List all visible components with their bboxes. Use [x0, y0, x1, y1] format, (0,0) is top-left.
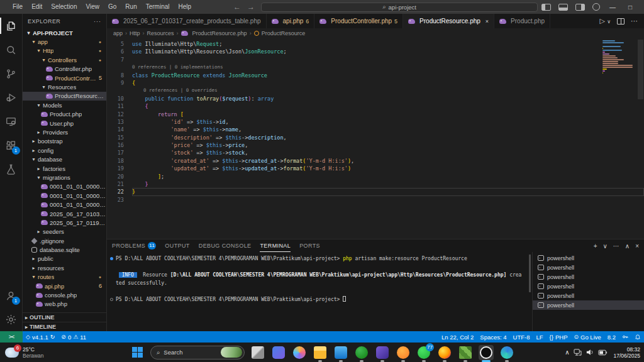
code-line-17[interactable]: 17 'stock' => $this->stock,: [107, 149, 644, 156]
customize-layout-icon[interactable]: [592, 3, 600, 11]
code-line-19[interactable]: 19 'updated_at' => $this->updated_at->fo…: [107, 165, 644, 172]
terminal-session-powershell[interactable]: ›powershell: [533, 282, 644, 291]
encoding[interactable]: UTF-8: [510, 331, 533, 343]
menu-item-run[interactable]: Run: [121, 0, 141, 14]
codelens[interactable]: 0 references | 0 implementations: [107, 63, 644, 71]
weather-widget[interactable]: 6 25°C Berawan: [5, 346, 44, 359]
taskbar-app-task-view[interactable]: [250, 345, 265, 360]
taskbar-app-clock-app[interactable]: [375, 345, 390, 360]
panel-tab-terminal[interactable]: TERMINAL: [260, 239, 291, 252]
tree-item-0001-01-01-000001-cre-[interactable]: 0001_01_01_000001_cre...: [23, 191, 106, 200]
tree-item-routes[interactable]: ▾routes●: [23, 273, 106, 282]
tree-item-0001-01-01-000000-cre-[interactable]: 0001_01_01_000000_cre...: [23, 182, 106, 191]
toggle-secondary-sidebar-icon[interactable]: [575, 4, 585, 11]
indentation[interactable]: Spaces: 4: [477, 331, 509, 343]
tree-item-controllers[interactable]: ▾Controllers●: [23, 55, 106, 64]
code-editor[interactable]: 5use Illuminate\Http\Request;6use Illumi…: [107, 38, 644, 239]
split-editor-icon[interactable]: [617, 18, 625, 25]
panel-more-icon[interactable]: ⋯: [613, 243, 619, 250]
taskbar-app-store[interactable]: [333, 345, 348, 360]
minimize-button[interactable]: —: [604, 0, 621, 14]
taskbar-app-edge[interactable]: [499, 345, 514, 360]
taskbar-app-copilot[interactable]: [292, 345, 307, 360]
code-line-10[interactable]: 10 public function toArray($request): ar…: [107, 95, 644, 102]
code-line-8[interactable]: 8class ProductResource extends JsonResou…: [107, 72, 644, 79]
code-line-22[interactable]: 22}: [107, 188, 644, 195]
tree-item-web-php[interactable]: web.php: [23, 300, 106, 309]
editor-more-actions-icon[interactable]: ⋯: [631, 17, 638, 25]
back-icon[interactable]: ←: [233, 3, 241, 11]
close-button[interactable]: ×: [639, 0, 644, 14]
terminal-dropdown-icon[interactable]: ∨: [603, 243, 608, 250]
menu-item-selection[interactable]: Selection: [47, 0, 81, 14]
tree-item-models[interactable]: ▾Models: [23, 101, 106, 109]
tree-item-api-project[interactable]: ▾API-PROJECT: [23, 28, 106, 37]
tree-item-2025-06-17-011930-cre-[interactable]: 2025_06_17_011930_cre...: [23, 218, 106, 227]
tree-item-database-sqlite[interactable]: database.sqlite: [23, 245, 106, 254]
code-line-23[interactable]: 23: [107, 196, 644, 204]
timeline-section[interactable]: ▸ TIMELINE: [23, 322, 106, 331]
menu-item-view[interactable]: View: [82, 0, 104, 14]
code-line-15[interactable]: 15 'description' => $this->description,: [107, 134, 644, 141]
taskbar-app-whatsapp[interactable]: 77: [416, 345, 431, 360]
tree-item-http[interactable]: ▾Http●: [23, 47, 106, 55]
taskbar-app-file-explorer[interactable]: [313, 345, 328, 360]
tab-2025-06-17-010317-create-products-table-php[interactable]: 2025_06_17_010317_create_products_table.…: [107, 14, 267, 28]
speaker-icon[interactable]: [586, 349, 594, 356]
tab-product-php[interactable]: Product.php: [494, 14, 550, 28]
taskbar-app-xampp[interactable]: [396, 345, 411, 360]
tree-item-0001-01-01-000002-cre-[interactable]: 0001_01_01_000002_cre...: [23, 200, 106, 209]
maximize-button[interactable]: □: [621, 0, 639, 14]
menu-item-help[interactable]: Help: [174, 0, 196, 14]
activity-remote-explorer[interactable]: [0, 109, 23, 133]
close-tab-icon[interactable]: ×: [486, 18, 489, 25]
tree-item-database[interactable]: ▾database: [23, 155, 106, 163]
network-icon[interactable]: [574, 349, 582, 356]
tree-item-api-php[interactable]: api.php6: [23, 282, 106, 290]
problems-summary[interactable]: ⊘ 0 ⚠ 11: [58, 331, 89, 343]
code-line-5[interactable]: 5use Illuminate\Http\Request;: [107, 40, 644, 48]
outline-section[interactable]: ▸ OUTLINE: [23, 312, 106, 322]
code-line-11[interactable]: 11 {: [107, 102, 644, 110]
explorer-more-actions-icon[interactable]: ···: [94, 18, 101, 25]
tree-item-product-php[interactable]: Product.php: [23, 110, 106, 119]
toggle-panel-icon[interactable]: [558, 4, 568, 11]
php-version[interactable]: 8.2: [604, 331, 619, 343]
tree-item-resources[interactable]: ▾Resources: [23, 82, 106, 91]
terminal-session-powershell[interactable]: ›powershell: [533, 291, 644, 300]
forward-icon[interactable]: →: [247, 3, 255, 11]
remote-indicator[interactable]: ><: [0, 331, 23, 343]
taskbar-app-minecraft[interactable]: [458, 345, 473, 360]
command-decoration[interactable]: [110, 257, 113, 260]
taskbar-app-widgets[interactable]: [271, 345, 286, 360]
tab-productresource-php[interactable]: ProductResource.php×: [403, 14, 494, 28]
breadcrumb-item[interactable]: ProductResource.php: [192, 30, 247, 36]
go-live-button[interactable]: ⊙Go Live: [570, 331, 604, 343]
code-line-12[interactable]: 12 return [: [107, 111, 644, 118]
tab-productcontroller-php[interactable]: ProductController.php5: [314, 14, 403, 28]
tree-item-migrations[interactable]: ▾migrations: [23, 173, 106, 182]
maximize-panel-icon[interactable]: ∧: [625, 243, 630, 250]
activity-accounts[interactable]: 1: [0, 283, 23, 307]
command-center-search[interactable]: ⌕ api-project: [261, 3, 538, 12]
code-line-16[interactable]: 16 'price' => $this->price,: [107, 141, 644, 149]
start-button[interactable]: [130, 345, 145, 360]
activity-search[interactable]: [0, 38, 23, 62]
breadcrumb-item[interactable]: Resources: [147, 30, 174, 36]
terminal-session-powershell[interactable]: ›powershell: [533, 253, 644, 263]
tree-item-providers[interactable]: ▸Providers: [23, 128, 106, 136]
menu-item-edit[interactable]: Edit: [27, 0, 47, 14]
breadcrumb-item[interactable]: app: [113, 30, 123, 36]
activity-run-debug[interactable]: [0, 85, 23, 109]
code-line-6[interactable]: 6use Illuminate\Http\Resources\Json\Json…: [107, 48, 644, 55]
tree-item--gitignore[interactable]: .gitignore: [23, 236, 106, 245]
tree-item-productcontroller-[interactable]: ProductController...5: [23, 74, 106, 82]
tree-item-bootstrap[interactable]: ▸bootstrap: [23, 137, 106, 146]
terminal-output[interactable]: PS D:\ALL ABOUT COOLYEAH\SEMESTER 4\PEMR…: [107, 252, 529, 331]
activity-settings[interactable]: [0, 307, 23, 331]
code-line-20[interactable]: 20 ];: [107, 173, 644, 180]
code-line-13[interactable]: 13 'id' => $this->id,: [107, 118, 644, 126]
tree-item-public[interactable]: ▸public: [23, 255, 106, 263]
taskbar-clock[interactable]: 08:32 17/06/2025: [613, 346, 640, 359]
tree-item-controller-php[interactable]: Controller.php: [23, 65, 106, 74]
